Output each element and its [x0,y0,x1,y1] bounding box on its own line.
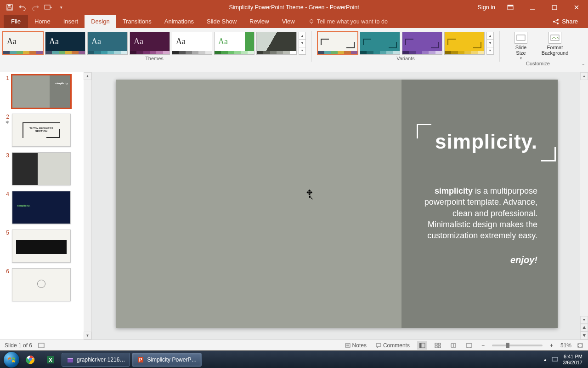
tell-me-search[interactable]: Tell me what you want to do [304,16,392,28]
tab-file[interactable]: File [4,15,28,28]
scroll-track[interactable] [580,80,588,316]
prev-slide-icon[interactable]: ⯅ [580,324,588,332]
tab-animations[interactable]: Animations [158,15,200,28]
thumbnail-preview: simplicity. [12,191,71,224]
chevron-down-icon: ▼ [520,57,523,60]
variant-swatch[interactable] [360,32,400,55]
save-icon[interactable] [6,3,14,12]
spellcheck-icon[interactable] [38,342,45,349]
theme-swatch[interactable]: Aa [172,32,212,55]
maximize-icon[interactable] [548,0,561,14]
zoom-out-icon[interactable]: − [480,342,486,349]
current-slide[interactable]: simplicity. simplicity is a multipurpose… [116,80,558,328]
ribbon-display-options-icon[interactable] [503,0,517,14]
thumbnails-scrollbar[interactable]: ▲ ▼ [84,72,91,339]
tray-action-center-icon[interactable] [552,357,558,362]
tab-design[interactable]: Design [85,15,116,28]
zoom-slider[interactable] [492,345,543,346]
slide-thumbnail[interactable]: 4simplicity. [0,188,91,227]
slide-thumbnail[interactable]: 2✱TUTS+ BUSINESS SECTION [0,111,91,150]
slide-size-button[interactable]: Slide Size ▼ [505,31,537,60]
status-bar: Slide 1 of 6 Notes Comments − + 51% [0,339,588,351]
variants-gallery: ▲▼▾ [317,30,494,55]
tab-slide-show[interactable]: Slide Show [200,15,243,28]
share-label: Share [562,18,578,25]
slide-sorter-view-icon[interactable] [433,341,443,350]
thumbnail-number: 5 [4,230,9,263]
tab-review[interactable]: Review [243,15,276,28]
lightbulb-icon [309,19,314,24]
zoom-percent[interactable]: 51% [560,342,571,349]
gallery-more-spinner[interactable]: ▲▼▾ [299,32,306,55]
theme-swatch[interactable]: Aa [87,32,128,55]
collapse-ribbon-icon[interactable]: ˆ [582,63,584,70]
scroll-track[interactable] [84,80,91,332]
tab-transitions[interactable]: Transitions [116,15,158,28]
share-icon [553,18,559,25]
tab-home[interactable]: Home [28,15,57,28]
theme-swatch[interactable]: Aa [214,32,254,55]
gallery-spin-btn[interactable]: ▼ [299,40,305,47]
undo-icon[interactable] [18,3,27,12]
svg-rect-38 [552,357,558,361]
zoom-slider-handle[interactable] [506,343,509,348]
gallery-more-spinner[interactable]: ▲▼▾ [486,32,494,55]
theme-swatch[interactable]: Aa [3,32,43,55]
theme-swatch[interactable]: Aa [45,32,85,55]
variant-swatch[interactable] [402,32,442,55]
tray-clock[interactable]: 6:41 PM 3/6/2017 [563,354,582,365]
format-background-button[interactable]: Format Background [539,31,571,60]
excel-pinned-icon[interactable]: X [41,353,60,367]
canvas-scrollbar[interactable]: ▲ ▼ ⯅ ⯆ [580,72,588,339]
scroll-down-icon[interactable]: ▼ [580,316,588,324]
taskbar-item-label: graphicriver-1216… [77,356,125,363]
zoom-in-icon[interactable]: + [548,342,555,349]
slideshow-view-icon[interactable] [464,341,474,350]
slide-thumbnail[interactable]: 5 [0,227,91,265]
slide-thumbnail[interactable]: 6 [0,265,91,304]
variant-swatch[interactable] [317,32,358,55]
qat-more-icon[interactable]: ▾ [57,3,65,12]
slide-thumbnail[interactable]: 3 [0,150,91,188]
scroll-down-icon[interactable]: ▼ [84,332,91,339]
start-button[interactable] [4,352,19,368]
chrome-pinned-icon[interactable] [21,353,40,367]
tray-show-hidden-icon[interactable]: ▲ [543,357,547,362]
tab-view[interactable]: View [276,15,301,28]
svg-rect-35 [68,358,73,359]
share-button[interactable]: Share [544,15,586,28]
normal-view-icon[interactable] [417,341,427,350]
tab-insert[interactable]: Insert [57,15,85,28]
variant-swatch[interactable] [444,32,485,55]
thumbnail-preview: TUTS+ BUSINESS SECTION [12,114,71,147]
taskbar-item-powerpoint[interactable]: P Simplicity PowerP… [132,353,202,367]
scroll-up-icon[interactable]: ▲ [84,72,91,80]
reading-view-icon[interactable] [448,341,458,350]
fit-to-window-icon[interactable] [577,343,583,348]
gallery-spin-btn[interactable]: ▲ [299,32,305,40]
gallery-spin-btn[interactable]: ▼ [487,40,493,47]
svg-rect-20 [421,343,425,348]
gallery-spin-btn[interactable]: ▾ [487,47,493,54]
slide-thumbnail[interactable]: 1simplicity. [0,72,91,111]
scroll-up-icon[interactable]: ▲ [580,72,588,80]
comments-button[interactable]: Comments [374,342,412,349]
slide-canvas-area[interactable]: simplicity. simplicity is a multipurpose… [92,72,588,339]
signin-link[interactable]: Sign in [478,4,495,11]
theme-swatch[interactable]: Aa [130,32,170,55]
close-icon[interactable] [570,0,583,14]
theme-swatch[interactable] [256,32,297,55]
notes-button[interactable]: Notes [343,342,368,349]
redo-icon[interactable] [31,3,40,12]
group-divider [499,31,500,62]
gallery-spin-btn[interactable]: ▲ [487,32,493,40]
svg-rect-16 [345,344,350,347]
start-from-beginning-icon[interactable] [44,3,52,12]
minimize-icon[interactable] [526,0,539,14]
format-background-label: Format Background [542,45,569,56]
gallery-spin-btn[interactable]: ▾ [299,47,305,54]
themes-gallery: AaAaAaAaAaAa▲▼▾ [3,30,306,55]
taskbar-item-winrar[interactable]: graphicriver-1216… [62,353,130,367]
customize-group-label: Customize [526,61,550,66]
next-slide-icon[interactable]: ⯆ [580,332,588,339]
